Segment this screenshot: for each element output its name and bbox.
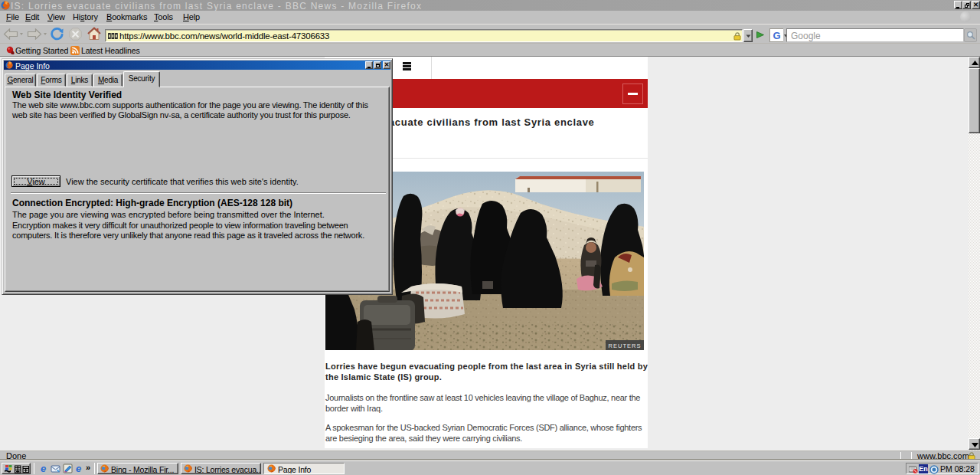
svg-text:REUTERS: REUTERS (609, 342, 642, 349)
svg-text:G: G (773, 31, 780, 41)
